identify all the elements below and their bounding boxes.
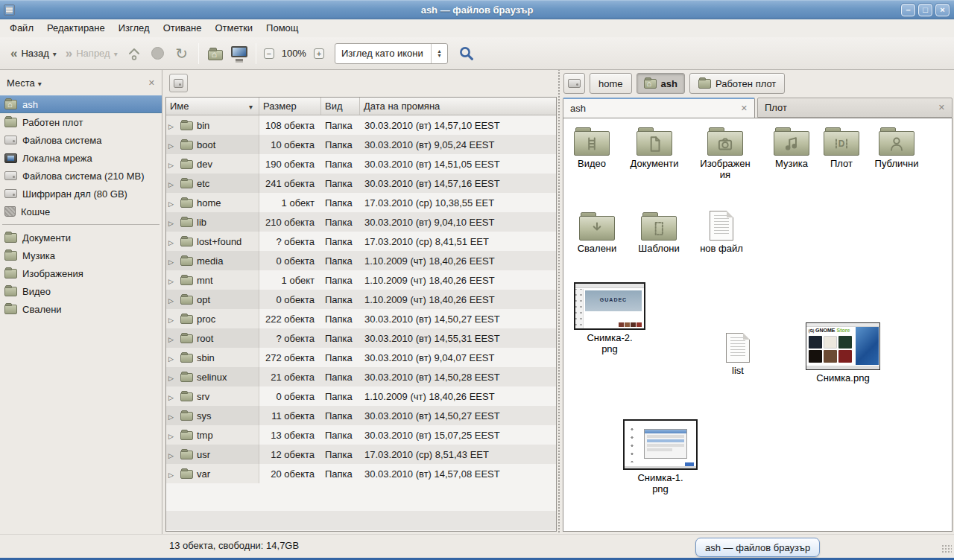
expander-icon[interactable] <box>168 410 177 421</box>
minimize-button[interactable]: – <box>901 4 915 16</box>
expander-icon[interactable] <box>168 314 177 325</box>
menu-help[interactable]: Помощ <box>259 19 305 37</box>
menu-file[interactable]: Файл <box>3 19 40 37</box>
spinner-arrows-icon[interactable] <box>431 44 447 63</box>
path-current-button[interactable]: ash <box>636 73 685 94</box>
expander-icon[interactable] <box>168 178 177 189</box>
table-row[interactable]: sys11 обектаПапка30.03.2010 (вт) 14,50,2… <box>166 406 556 425</box>
icon-item-snimka1[interactable]: Снимка-1.png <box>622 419 699 494</box>
expander-icon[interactable] <box>168 333 177 344</box>
close-button[interactable]: × <box>935 4 950 16</box>
tab-ash[interactable]: ash <box>563 98 755 118</box>
sidebar-item-network[interactable]: Локална мрежа <box>0 149 162 167</box>
expander-icon[interactable] <box>168 120 177 131</box>
expander-icon[interactable] <box>168 468 177 480</box>
expander-icon[interactable] <box>168 294 177 305</box>
table-row[interactable]: var20 обектаПапка30.03.2010 (вт) 14,57,0… <box>166 464 556 483</box>
expander-icon[interactable] <box>168 139 177 150</box>
up-button[interactable] <box>122 42 146 66</box>
expander-icon[interactable] <box>168 159 177 170</box>
expander-icon[interactable] <box>168 275 177 286</box>
table-row[interactable]: srv0 обектаПапка1.10.2009 (чт) 18,40,26 … <box>166 386 556 406</box>
view-mode-select[interactable]: Изглед като икони <box>335 43 448 64</box>
expander-icon[interactable] <box>168 217 177 228</box>
resize-grip[interactable] <box>941 544 952 553</box>
icon-view[interactable]: Видео Документи Изображения Музика D Пло… <box>563 118 953 532</box>
icon-item-videos[interactable]: Видео <box>565 127 619 169</box>
icon-item-templates[interactable]: Шаблони <box>629 212 689 254</box>
expander-icon[interactable] <box>168 430 177 441</box>
sidebar-item-filesystem[interactable]: Файлова система <box>0 131 162 149</box>
table-row[interactable]: selinux21 обектаПапка30.03.2010 (вт) 14,… <box>166 367 556 386</box>
icon-item-music[interactable]: Музика <box>765 127 818 169</box>
search-icon[interactable] <box>458 45 475 62</box>
table-row[interactable]: sbin272 обектаПапка30.03.2010 (вт) 9,04,… <box>166 348 556 367</box>
expander-icon[interactable] <box>168 352 177 363</box>
path-root-button[interactable] <box>563 73 585 94</box>
expander-icon[interactable] <box>168 372 177 383</box>
tab-desktop[interactable]: Плот <box>757 98 953 118</box>
root-location-button[interactable] <box>169 74 188 92</box>
column-header-date[interactable]: Дата на промяна <box>360 98 556 115</box>
table-row[interactable]: mnt1 обектПапка1.10.2009 (чт) 18,40,26 E… <box>166 270 556 290</box>
icon-item-public[interactable]: Публични <box>863 127 930 169</box>
forward-button[interactable]: » Напред <box>61 45 122 62</box>
home-button[interactable] <box>203 42 227 66</box>
expander-icon[interactable] <box>168 449 177 460</box>
icon-item-snimka2[interactable]: GUADEC Снимка-2.png <box>572 282 647 354</box>
sidebar-item-home[interactable]: ash <box>0 95 162 113</box>
table-row[interactable]: etc241 обектаПапка30.03.2010 (вт) 14,57,… <box>166 174 556 193</box>
icon-item-new-file[interactable]: нов файл <box>692 211 751 254</box>
table-row[interactable]: proc222 обектаПапка30.03.2010 (вт) 14,50… <box>166 309 556 328</box>
column-header-name[interactable]: Име <box>166 98 259 115</box>
stop-button[interactable] <box>146 42 170 66</box>
table-row[interactable]: boot10 обектаПапка30.03.2010 (вт) 9,05,2… <box>166 135 556 154</box>
table-row[interactable]: dev190 обектаПапка30.03.2010 (вт) 14,51,… <box>166 154 556 174</box>
icon-item-snimka[interactable]: 🄖 GNOME Store Снимка.png <box>803 322 882 384</box>
icon-item-list[interactable]: list <box>710 333 766 376</box>
expander-icon[interactable] <box>168 236 177 247</box>
column-header-type[interactable]: Вид <box>321 98 360 115</box>
column-header-size[interactable]: Размер <box>259 98 321 115</box>
reload-button[interactable]: ↻ <box>170 42 194 66</box>
zoom-in-button[interactable]: + <box>311 45 327 62</box>
back-button[interactable]: « Назад <box>6 45 61 62</box>
menu-go[interactable]: Отиване <box>157 19 209 37</box>
maximize-button[interactable]: □ <box>918 4 932 16</box>
zoom-out-button[interactable]: − <box>261 45 277 62</box>
menu-bookmarks[interactable]: Отметки <box>208 19 259 37</box>
tab-close-icon[interactable] <box>938 102 945 113</box>
sidebar-close-icon[interactable] <box>148 77 155 89</box>
tab-close-icon[interactable] <box>741 103 748 114</box>
sidebar-item-music[interactable]: Музика <box>0 246 162 264</box>
sidebar-item-videos[interactable]: Видео <box>0 282 162 300</box>
sidebar-item-filesystem-210mb[interactable]: Файлова система (210 MB) <box>0 167 162 185</box>
expander-icon[interactable] <box>168 197 177 209</box>
sidebar-title[interactable]: Места <box>7 77 35 89</box>
table-row[interactable]: media0 обектаПапка1.10.2009 (чт) 18,40,2… <box>166 251 556 270</box>
table-row[interactable]: opt0 обектаПапка1.10.2009 (чт) 18,40,26 … <box>166 290 556 309</box>
table-row[interactable]: bin108 обектаПапка30.03.2010 (вт) 14,57,… <box>166 115 556 135</box>
expander-icon[interactable] <box>168 255 177 267</box>
table-row[interactable]: tmp13 обектаПапка30.03.2010 (вт) 15,07,2… <box>166 425 556 445</box>
computer-button[interactable] <box>227 42 251 66</box>
table-row[interactable]: usr12 обектаПапка17.03.2010 (ср) 8,51,43… <box>166 445 556 464</box>
icon-item-documents[interactable]: Документи <box>622 127 687 169</box>
sidebar-item-encrypted-80gb[interactable]: Шифриран дял (80 GB) <box>0 185 162 203</box>
sidebar-item-trash[interactable]: Кошче <box>0 203 162 220</box>
icon-item-desktop[interactable]: D Плот <box>818 127 865 169</box>
path-home-button[interactable]: home <box>590 73 632 94</box>
menu-view[interactable]: Изглед <box>112 19 157 37</box>
sidebar-mode-caret-icon[interactable] <box>35 77 42 89</box>
table-row[interactable]: root? обектаПапка30.03.2010 (вт) 14,55,3… <box>166 328 556 348</box>
sidebar-item-desktop[interactable]: Работен плот <box>0 113 162 131</box>
table-row[interactable]: lib210 обектаПапка30.03.2010 (вт) 9,04,1… <box>166 212 556 232</box>
path-desktop-button[interactable]: Работен плот <box>689 73 785 94</box>
sidebar-item-documents[interactable]: Документи <box>0 229 162 246</box>
expander-icon[interactable] <box>168 391 177 402</box>
sidebar-item-downloads[interactable]: Свалени <box>0 300 162 318</box>
menu-edit[interactable]: Редактиране <box>40 19 112 37</box>
icon-item-pictures[interactable]: Изображения <box>692 127 759 180</box>
table-row[interactable]: home1 обектПапка17.03.2010 (ср) 10,38,55… <box>166 193 556 212</box>
back-history-caret-icon[interactable] <box>53 48 57 59</box>
